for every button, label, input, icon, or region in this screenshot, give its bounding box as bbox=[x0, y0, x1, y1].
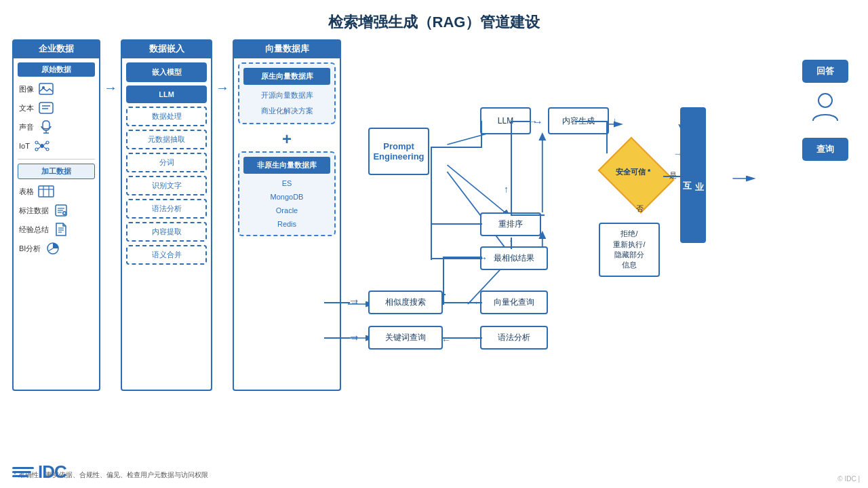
svg-point-9 bbox=[35, 148, 38, 151]
redis-item: Redis bbox=[243, 217, 330, 231]
svg-line-12 bbox=[44, 143, 46, 145]
embedding-header: 数据嵌入 bbox=[121, 39, 212, 58]
svg-line-13 bbox=[38, 147, 40, 149]
col-enterprise: 企业数据 原始数据 图像 文本 声音 Io bbox=[12, 39, 100, 391]
line-pe-rrv bbox=[431, 148, 432, 224]
line-vq-ss-v bbox=[443, 257, 444, 302]
line-pe-llm-v bbox=[481, 121, 482, 148]
bi-label: BI分析 bbox=[19, 244, 41, 254]
nonnative-vdb-item: 非原生向量数据库 bbox=[243, 157, 330, 174]
plus-icon: + bbox=[238, 130, 336, 149]
keyword-query-box: 关键词查询 bbox=[368, 326, 443, 350]
image-icon bbox=[37, 81, 56, 96]
person-icon bbox=[810, 91, 840, 130]
safety-label: 安全可信 * bbox=[597, 167, 669, 177]
mongodb-item: MongoDB bbox=[243, 190, 330, 204]
line-rr-llm-h bbox=[511, 214, 545, 216]
reject-box: 拒绝/ 重新执行/ 隐藏部分 信息 bbox=[599, 223, 660, 277]
svg-point-7 bbox=[35, 141, 38, 144]
idc-lines-icon bbox=[12, 467, 34, 477]
document-icon bbox=[52, 222, 71, 237]
list-item: 表格 bbox=[18, 182, 95, 201]
line-ms-rr-v bbox=[511, 238, 512, 249]
iot-icon bbox=[33, 138, 52, 153]
query-button: 查询 bbox=[802, 138, 848, 161]
arrow-ga-kq: → bbox=[473, 333, 483, 344]
svg-point-45 bbox=[818, 94, 832, 107]
nonnative-vdb-box: 非原生向量数据库 ES MongoDB Oracle Redis bbox=[238, 151, 336, 236]
idc-line3 bbox=[12, 475, 28, 477]
semantic-merge-item: 语义合并 bbox=[126, 245, 207, 265]
idc-line2 bbox=[12, 471, 31, 473]
text-label: 文本 bbox=[19, 103, 34, 113]
line-h-cg-safety bbox=[575, 121, 608, 122]
svg-line-34 bbox=[447, 165, 509, 216]
vectordb-body: 原生向量数据库 开源向量数据库 商业化解决方案 + 非原生向量数据库 ES Mo… bbox=[233, 58, 341, 391]
native-vdb-item: 原生向量数据库 bbox=[243, 68, 330, 85]
svg-line-30 bbox=[48, 248, 53, 251]
idc-text: IDC bbox=[38, 462, 66, 483]
arrow-ms-head: → bbox=[478, 252, 488, 263]
svg-line-14 bbox=[44, 147, 46, 149]
idc-line1 bbox=[12, 467, 34, 469]
enterprise-header: 企业数据 bbox=[12, 39, 100, 58]
no-label: 否 bbox=[636, 204, 644, 214]
arrow-rerank-llm: ↓ bbox=[504, 185, 509, 196]
svg-rect-15 bbox=[39, 186, 54, 197]
data-processing-item: 数据处理 bbox=[126, 107, 207, 126]
vectordb-header: 向量数据库 bbox=[233, 39, 341, 58]
answer-button: 回答 bbox=[802, 60, 848, 83]
diagram-area: 企业数据 原始数据 图像 文本 声音 Io bbox=[0, 39, 868, 419]
line-vdb-ga bbox=[324, 337, 350, 339]
arrow-cg-safety: → bbox=[610, 117, 620, 126]
line-pe-ms-v bbox=[431, 223, 432, 260]
arrow-vq-ss: → bbox=[473, 298, 483, 309]
table-icon bbox=[37, 184, 56, 199]
annotation-label: 标注数据 bbox=[19, 206, 49, 216]
svg-point-6 bbox=[40, 144, 44, 148]
vector-query-box: 向量化查询 bbox=[480, 290, 548, 314]
col-flow: Prompt Engineering → → LLM 内容生成 → 安全可信 *… bbox=[348, 39, 795, 379]
text-icon bbox=[37, 100, 56, 115]
arrow-rr-llm-head: → bbox=[528, 116, 538, 127]
col-right: 回答 查询 bbox=[795, 60, 856, 161]
idc-logo: IDC bbox=[12, 462, 66, 483]
native-vdb-box: 原生向量数据库 开源向量数据库 商业化解决方案 bbox=[238, 62, 336, 124]
arrow-vdb-vq-head: → bbox=[350, 297, 359, 308]
arrow-ga-kq-head: → bbox=[441, 335, 451, 346]
line-pe-llm bbox=[431, 147, 482, 148]
embed-model-item: 嵌入模型 bbox=[126, 62, 207, 82]
grammar-analysis-box: 语法分析 bbox=[480, 326, 548, 350]
oracle-item: Oracle bbox=[243, 204, 330, 217]
raw-data-header: 原始数据 bbox=[18, 62, 95, 77]
list-item: 经验总结 bbox=[18, 220, 95, 239]
arrow-icon: → bbox=[216, 80, 229, 96]
ocr-item: 识别文字 bbox=[126, 176, 207, 195]
grammar-item: 语法分析 bbox=[126, 199, 207, 219]
embedding-body: 嵌入模型 LLM 数据处理 元数据抽取 分词 识别文字 语法分析 内容提取 语义… bbox=[121, 58, 212, 391]
arrow-cg-ia: → bbox=[678, 121, 689, 131]
svg-point-8 bbox=[46, 141, 49, 144]
arrow-enterprise-to-embedding: → bbox=[100, 80, 121, 96]
most-similar-box: 最相似结果 bbox=[480, 246, 548, 270]
page-title: 检索增强生成（RAG）管道建设 bbox=[0, 0, 868, 39]
svg-rect-2 bbox=[39, 102, 53, 113]
svg-line-11 bbox=[38, 143, 40, 145]
list-item: BI分析 bbox=[18, 239, 95, 258]
list-item: IoT bbox=[18, 136, 95, 155]
commercial-vdb-item: 商业化解决方案 bbox=[243, 103, 330, 119]
line-pe-ms bbox=[431, 258, 482, 259]
line-rr-llm-v bbox=[511, 121, 512, 214]
metadata-item: 元数据抽取 bbox=[126, 130, 207, 149]
llm-item: LLM bbox=[126, 86, 207, 103]
opensource-vdb-item: 开源向量数据库 bbox=[243, 88, 330, 103]
arrow-icon: → bbox=[104, 80, 117, 96]
spacer bbox=[549, 302, 550, 303]
list-item: 文本 bbox=[18, 98, 95, 117]
table-label: 表格 bbox=[19, 187, 34, 197]
audio-label: 声音 bbox=[19, 122, 34, 132]
audio-icon bbox=[37, 119, 56, 134]
annotation-icon bbox=[52, 203, 71, 218]
es-item: ES bbox=[243, 176, 330, 190]
iot-label: IoT bbox=[19, 142, 30, 150]
